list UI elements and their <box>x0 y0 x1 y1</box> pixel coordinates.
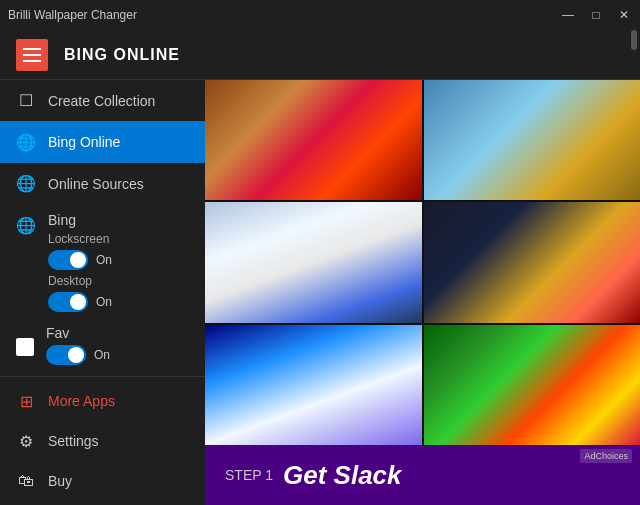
lockscreen-toggle-row: Lockscreen <box>48 232 189 246</box>
titlebar-title: Brilli Wallpaper Changer <box>8 8 137 22</box>
sidebar-item-create-collection[interactable]: ☐ Create Collection <box>0 80 205 121</box>
sidebar: ☐ Create Collection 🌐 Bing Online 🌐 Onli… <box>0 80 205 505</box>
bing-source-content: Bing Lockscreen On Desktop On <box>48 212 189 316</box>
hamburger-line-3 <box>23 60 41 62</box>
sidebar-item-online-sources[interactable]: 🌐 Online Sources <box>0 163 205 204</box>
sidebar-item-create-collection-label: Create Collection <box>48 93 189 109</box>
sidebar-bottom: ⊞ More Apps ⚙ Settings 🛍 Buy <box>0 376 205 505</box>
more-apps-icon: ⊞ <box>16 392 36 411</box>
lockscreen-label: Lockscreen <box>48 232 109 246</box>
image-1[interactable] <box>205 80 422 200</box>
sidebar-fav-source: Fav On <box>0 319 205 376</box>
hamburger-button[interactable] <box>16 39 48 71</box>
app-container: BING ONLINE ☐ Create Collection 🌐 Bing O… <box>0 30 640 505</box>
sidebar-item-more-apps-label: More Apps <box>48 393 189 409</box>
fav-on-text: On <box>94 348 110 362</box>
fav-toggle[interactable] <box>46 345 86 365</box>
image-6[interactable] <box>424 325 641 445</box>
buy-icon: 🛍 <box>16 472 36 490</box>
sidebar-bing-source: 🌐 Bing Lockscreen On Desktop <box>0 204 205 318</box>
titlebar: Brilli Wallpaper Changer — □ ✕ <box>0 0 640 30</box>
hamburger-line-1 <box>23 48 41 50</box>
ad-choices-label: AdChoices <box>580 449 632 463</box>
header: BING ONLINE <box>0 30 640 80</box>
minimize-button[interactable]: — <box>560 8 576 22</box>
settings-icon: ⚙ <box>16 432 36 451</box>
scrollbar[interactable] <box>631 30 637 50</box>
sidebar-item-settings[interactable]: ⚙ Settings <box>0 421 205 461</box>
sidebar-item-bing-online-label: Bing Online <box>48 134 189 150</box>
fav-icon <box>16 338 34 356</box>
sidebar-item-online-sources-label: Online Sources <box>48 176 189 192</box>
fav-toggle-row: On <box>46 345 189 365</box>
titlebar-controls: — □ ✕ <box>560 8 632 22</box>
lockscreen-on-text: On <box>96 253 112 267</box>
sidebar-item-buy-label: Buy <box>48 473 189 489</box>
close-button[interactable]: ✕ <box>616 8 632 22</box>
header-title: BING ONLINE <box>64 46 180 64</box>
create-collection-icon: ☐ <box>16 91 36 110</box>
desktop-toggle-control-row: On <box>48 292 189 312</box>
maximize-button[interactable]: □ <box>588 8 604 22</box>
image-2[interactable] <box>424 80 641 200</box>
online-sources-icon: 🌐 <box>16 174 36 193</box>
desktop-label: Desktop <box>48 274 92 288</box>
desktop-label-row: Desktop <box>48 274 189 288</box>
lockscreen-toggle-control-row: On <box>48 250 189 270</box>
hamburger-line-2 <box>23 54 41 56</box>
sidebar-item-more-apps[interactable]: ⊞ More Apps <box>0 381 205 421</box>
image-4[interactable] <box>424 202 641 322</box>
fav-source-content: Fav On <box>46 325 189 369</box>
bing-source-name: Bing <box>48 212 189 228</box>
image-3[interactable] <box>205 202 422 322</box>
ad-banner: STEP 1 Get Slack AdChoices <box>205 445 640 505</box>
sidebar-item-bing-online[interactable]: 🌐 Bing Online <box>0 121 205 162</box>
bing-source-icon: 🌐 <box>16 216 36 235</box>
lockscreen-toggle[interactable] <box>48 250 88 270</box>
desktop-on-text: On <box>96 295 112 309</box>
desktop-toggle[interactable] <box>48 292 88 312</box>
image-5[interactable] <box>205 325 422 445</box>
body: ☐ Create Collection 🌐 Bing Online 🌐 Onli… <box>0 80 640 505</box>
sidebar-item-settings-label: Settings <box>48 433 189 449</box>
ad-text: Get Slack <box>283 460 402 491</box>
ad-step-label: STEP 1 <box>225 467 273 483</box>
sidebar-item-buy[interactable]: 🛍 Buy <box>0 461 205 501</box>
image-grid <box>205 80 640 445</box>
bing-online-icon: 🌐 <box>16 133 36 152</box>
main-content: STEP 1 Get Slack AdChoices <box>205 80 640 505</box>
fav-source-name: Fav <box>46 325 189 341</box>
